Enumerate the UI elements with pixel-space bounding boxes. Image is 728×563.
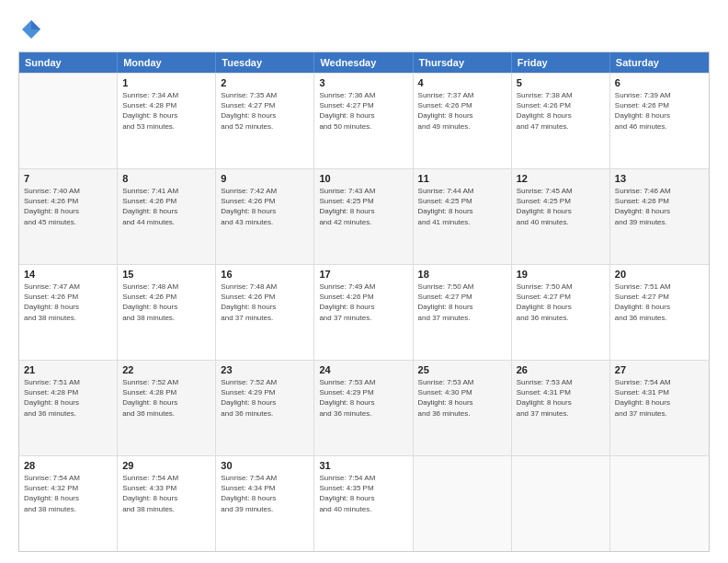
- calendar-cell: 20Sunrise: 7:51 AM Sunset: 4:27 PM Dayli…: [610, 265, 709, 360]
- calendar-cell: 30Sunrise: 7:54 AM Sunset: 4:34 PM Dayli…: [216, 456, 314, 551]
- day-info: Sunrise: 7:53 AM Sunset: 4:31 PM Dayligh…: [517, 377, 605, 419]
- day-info: Sunrise: 7:38 AM Sunset: 4:26 PM Dayligh…: [517, 90, 605, 132]
- day-number: 10: [319, 173, 407, 184]
- calendar-cell: 17Sunrise: 7:49 AM Sunset: 4:26 PM Dayli…: [314, 265, 413, 360]
- calendar-cell: 24Sunrise: 7:53 AM Sunset: 4:29 PM Dayli…: [314, 361, 413, 455]
- day-info: Sunrise: 7:39 AM Sunset: 4:26 PM Dayligh…: [615, 90, 704, 132]
- calendar-cell: 1Sunrise: 7:34 AM Sunset: 4:28 PM Daylig…: [118, 74, 216, 168]
- calendar-cell: 14Sunrise: 7:47 AM Sunset: 4:26 PM Dayli…: [19, 265, 118, 360]
- day-info: Sunrise: 7:45 AM Sunset: 4:25 PM Dayligh…: [517, 186, 605, 227]
- day-info: Sunrise: 7:40 AM Sunset: 4:26 PM Dayligh…: [24, 186, 112, 227]
- day-info: Sunrise: 7:50 AM Sunset: 4:27 PM Dayligh…: [418, 282, 506, 323]
- header: [18, 17, 710, 42]
- calendar-cell: 4Sunrise: 7:37 AM Sunset: 4:26 PM Daylig…: [414, 74, 512, 168]
- calendar-cell: 6Sunrise: 7:39 AM Sunset: 4:26 PM Daylig…: [610, 74, 709, 168]
- day-number: 1: [122, 77, 210, 88]
- day-number: 31: [319, 460, 407, 471]
- calendar-header-row: SundayMondayTuesdayWednesdayThursdayFrid…: [19, 52, 709, 73]
- day-number: 17: [319, 269, 407, 280]
- calendar-cell-empty: [512, 456, 610, 551]
- page: SundayMondayTuesdayWednesdayThursdayFrid…: [0, 0, 728, 563]
- calendar-cell: 27Sunrise: 7:54 AM Sunset: 4:31 PM Dayli…: [610, 361, 709, 455]
- day-number: 8: [122, 173, 210, 184]
- day-number: 19: [517, 269, 605, 280]
- day-info: Sunrise: 7:37 AM Sunset: 4:26 PM Dayligh…: [418, 90, 506, 132]
- day-number: 24: [319, 364, 407, 375]
- day-info: Sunrise: 7:54 AM Sunset: 4:32 PM Dayligh…: [24, 473, 112, 514]
- calendar-cell: 8Sunrise: 7:41 AM Sunset: 4:26 PM Daylig…: [118, 169, 216, 264]
- day-info: Sunrise: 7:52 AM Sunset: 4:29 PM Dayligh…: [221, 377, 309, 419]
- calendar-week: 14Sunrise: 7:47 AM Sunset: 4:26 PM Dayli…: [19, 264, 709, 360]
- day-number: 16: [221, 269, 309, 280]
- day-number: 5: [517, 77, 605, 88]
- calendar-cell: 2Sunrise: 7:35 AM Sunset: 4:27 PM Daylig…: [216, 74, 314, 168]
- calendar-cell: 7Sunrise: 7:40 AM Sunset: 4:26 PM Daylig…: [19, 169, 118, 264]
- day-number: 25: [418, 364, 506, 375]
- day-number: 12: [517, 173, 605, 184]
- calendar-week: 1Sunrise: 7:34 AM Sunset: 4:28 PM Daylig…: [19, 73, 709, 168]
- day-number: 4: [418, 77, 506, 88]
- calendar-cell: 12Sunrise: 7:45 AM Sunset: 4:25 PM Dayli…: [512, 169, 610, 264]
- day-info: Sunrise: 7:54 AM Sunset: 4:35 PM Dayligh…: [319, 473, 407, 514]
- logo-icon: [18, 17, 44, 42]
- calendar-cell: 11Sunrise: 7:44 AM Sunset: 4:25 PM Dayli…: [414, 169, 512, 264]
- calendar-cell: 16Sunrise: 7:48 AM Sunset: 4:26 PM Dayli…: [216, 265, 314, 360]
- calendar-header-cell: Sunday: [19, 52, 118, 73]
- day-info: Sunrise: 7:44 AM Sunset: 4:25 PM Dayligh…: [418, 186, 506, 227]
- day-info: Sunrise: 7:43 AM Sunset: 4:25 PM Dayligh…: [319, 186, 407, 227]
- calendar-cell: 19Sunrise: 7:50 AM Sunset: 4:27 PM Dayli…: [512, 265, 610, 360]
- calendar-header-cell: Wednesday: [314, 52, 413, 73]
- day-number: 18: [418, 269, 506, 280]
- day-number: 14: [24, 269, 112, 280]
- day-info: Sunrise: 7:54 AM Sunset: 4:33 PM Dayligh…: [122, 473, 210, 514]
- day-info: Sunrise: 7:34 AM Sunset: 4:28 PM Dayligh…: [122, 90, 210, 132]
- day-info: Sunrise: 7:51 AM Sunset: 4:27 PM Dayligh…: [615, 282, 704, 323]
- day-number: 28: [24, 460, 112, 471]
- calendar-cell: 5Sunrise: 7:38 AM Sunset: 4:26 PM Daylig…: [512, 74, 610, 168]
- day-number: 13: [615, 173, 704, 184]
- calendar-cell: 26Sunrise: 7:53 AM Sunset: 4:31 PM Dayli…: [512, 361, 610, 455]
- svg-marker-1: [31, 20, 40, 29]
- day-info: Sunrise: 7:50 AM Sunset: 4:27 PM Dayligh…: [517, 282, 605, 323]
- day-number: 3: [319, 77, 407, 88]
- day-number: 29: [122, 460, 210, 471]
- day-info: Sunrise: 7:53 AM Sunset: 4:29 PM Dayligh…: [319, 377, 407, 419]
- day-info: Sunrise: 7:49 AM Sunset: 4:26 PM Dayligh…: [319, 282, 407, 323]
- calendar-week: 21Sunrise: 7:51 AM Sunset: 4:28 PM Dayli…: [19, 360, 709, 455]
- day-info: Sunrise: 7:54 AM Sunset: 4:31 PM Dayligh…: [615, 377, 704, 419]
- day-number: 11: [418, 173, 506, 184]
- day-info: Sunrise: 7:48 AM Sunset: 4:26 PM Dayligh…: [221, 282, 309, 323]
- day-number: 20: [615, 269, 704, 280]
- calendar-cell: 3Sunrise: 7:36 AM Sunset: 4:27 PM Daylig…: [314, 74, 413, 168]
- day-info: Sunrise: 7:48 AM Sunset: 4:26 PM Dayligh…: [122, 282, 210, 323]
- day-number: 7: [24, 173, 112, 184]
- day-number: 15: [122, 269, 210, 280]
- calendar-week: 7Sunrise: 7:40 AM Sunset: 4:26 PM Daylig…: [19, 168, 709, 264]
- calendar-cell: 31Sunrise: 7:54 AM Sunset: 4:35 PM Dayli…: [314, 456, 413, 551]
- day-number: 21: [24, 364, 112, 375]
- day-number: 9: [221, 173, 309, 184]
- day-info: Sunrise: 7:42 AM Sunset: 4:26 PM Dayligh…: [221, 186, 309, 227]
- calendar-cell: 18Sunrise: 7:50 AM Sunset: 4:27 PM Dayli…: [414, 265, 512, 360]
- calendar-cell: 9Sunrise: 7:42 AM Sunset: 4:26 PM Daylig…: [216, 169, 314, 264]
- calendar-cell: 13Sunrise: 7:46 AM Sunset: 4:26 PM Dayli…: [610, 169, 709, 264]
- calendar-cell-empty: [610, 456, 709, 551]
- calendar-cell-empty: [19, 74, 118, 168]
- day-number: 23: [221, 364, 309, 375]
- day-number: 30: [221, 460, 309, 471]
- day-info: Sunrise: 7:47 AM Sunset: 4:26 PM Dayligh…: [24, 282, 112, 323]
- calendar-cell: 10Sunrise: 7:43 AM Sunset: 4:25 PM Dayli…: [314, 169, 413, 264]
- day-info: Sunrise: 7:35 AM Sunset: 4:27 PM Dayligh…: [221, 90, 309, 132]
- day-number: 2: [221, 77, 309, 88]
- calendar-cell: 25Sunrise: 7:53 AM Sunset: 4:30 PM Dayli…: [414, 361, 512, 455]
- calendar-week: 28Sunrise: 7:54 AM Sunset: 4:32 PM Dayli…: [19, 455, 709, 551]
- day-info: Sunrise: 7:46 AM Sunset: 4:26 PM Dayligh…: [615, 186, 704, 227]
- logo: [18, 17, 48, 42]
- calendar-header-cell: Friday: [512, 52, 610, 73]
- calendar-cell: 29Sunrise: 7:54 AM Sunset: 4:33 PM Dayli…: [118, 456, 216, 551]
- calendar-cell: 22Sunrise: 7:52 AM Sunset: 4:28 PM Dayli…: [118, 361, 216, 455]
- day-info: Sunrise: 7:36 AM Sunset: 4:27 PM Dayligh…: [319, 90, 407, 132]
- calendar: SundayMondayTuesdayWednesdayThursdayFrid…: [18, 52, 710, 552]
- calendar-cell: 28Sunrise: 7:54 AM Sunset: 4:32 PM Dayli…: [19, 456, 118, 551]
- calendar-cell: 21Sunrise: 7:51 AM Sunset: 4:28 PM Dayli…: [19, 361, 118, 455]
